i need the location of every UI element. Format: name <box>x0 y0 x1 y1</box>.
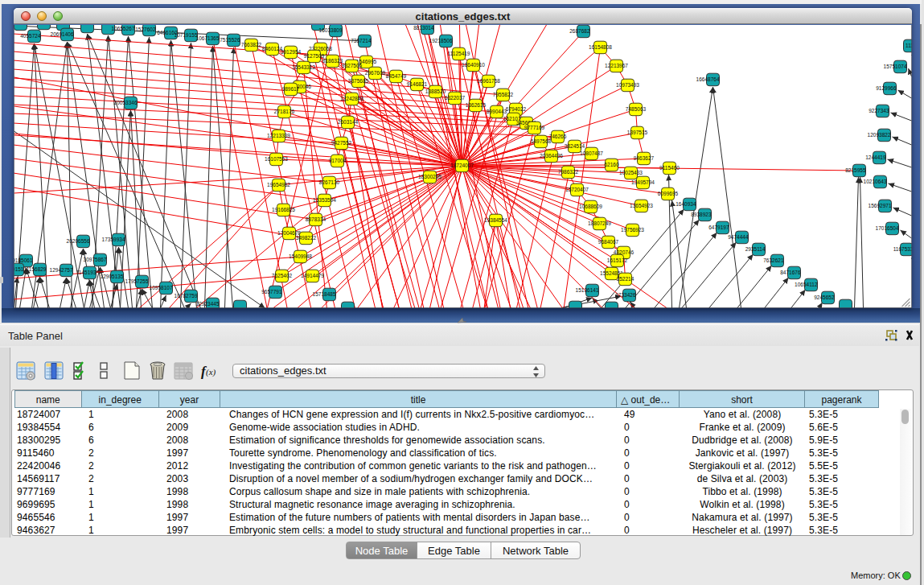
svg-text:16543312: 16543312 <box>292 64 315 70</box>
svg-text:12093822: 12093822 <box>868 132 891 138</box>
svg-text:11156829: 11156829 <box>24 266 47 272</box>
svg-text:13654923: 13654923 <box>630 203 653 208</box>
svg-text:12905135: 12905135 <box>101 274 124 279</box>
svg-text:6322037: 6322037 <box>445 95 466 101</box>
svg-text:3912954: 3912954 <box>281 49 302 55</box>
svg-text:8267130: 8267130 <box>319 179 340 185</box>
svg-text:9427552: 9427552 <box>331 140 352 146</box>
svg-text:6497568: 6497568 <box>531 138 552 144</box>
svg-text:10782759: 10782759 <box>175 293 198 299</box>
svg-text:8878334: 8878334 <box>306 216 326 222</box>
svg-text:15409948: 15409948 <box>289 253 312 259</box>
svg-text:8813014: 8813014 <box>413 25 434 31</box>
svg-text:7632621: 7632621 <box>763 257 784 263</box>
svg-text:4055724: 4055724 <box>20 33 41 39</box>
svg-text:1167533: 1167533 <box>893 246 912 252</box>
svg-text:10688609: 10688609 <box>579 204 602 209</box>
svg-text:9127503: 9127503 <box>304 53 325 59</box>
svg-text:16648764: 16648764 <box>696 76 720 82</box>
svg-text:6099695: 6099695 <box>658 191 679 196</box>
svg-text:14914479: 14914479 <box>301 273 324 278</box>
svg-text:10973493: 10973493 <box>616 82 639 88</box>
svg-text:13495794: 13495794 <box>631 179 655 185</box>
svg-text:15720407: 15720407 <box>565 187 589 192</box>
svg-text:15718485: 15718485 <box>313 291 336 297</box>
svg-text:3375685: 3375685 <box>348 78 369 84</box>
svg-text:8938923: 8938923 <box>691 212 712 217</box>
svg-text:746266: 746266 <box>549 134 567 139</box>
svg-text:1244419: 1244419 <box>865 154 886 160</box>
svg-text:18724007: 18724007 <box>450 163 474 168</box>
svg-text:9129966: 9129966 <box>876 85 897 91</box>
svg-text:3824514: 3824514 <box>565 143 585 149</box>
svg-text:19654982: 19654982 <box>267 182 290 187</box>
svg-text:10671365: 10671365 <box>196 35 220 41</box>
svg-text:15751074: 15751074 <box>884 64 907 69</box>
svg-text:9227343: 9227343 <box>869 108 889 113</box>
svg-text:10807487: 10807487 <box>580 150 603 156</box>
svg-text:20691406: 20691406 <box>51 31 74 37</box>
svg-text:9463627: 9463627 <box>634 155 655 161</box>
svg-text:10025433: 10025433 <box>619 170 643 175</box>
svg-text:1527602: 1527602 <box>135 27 156 32</box>
svg-text:917004: 917004 <box>329 158 347 163</box>
svg-text:3498222: 3498222 <box>296 235 317 241</box>
svg-text:7485063: 7485063 <box>626 106 647 112</box>
svg-text:9327505: 9327505 <box>342 63 363 68</box>
svg-text:10719155: 10719155 <box>175 32 198 38</box>
svg-text:8215955: 8215955 <box>845 167 866 173</box>
svg-text:12923445: 12923445 <box>196 301 220 307</box>
svg-text:939151: 939151 <box>14 266 24 272</box>
svg-text:2603144: 2603144 <box>338 119 359 125</box>
svg-text:8454749: 8454749 <box>386 73 407 79</box>
svg-text:12213967: 12213967 <box>605 63 628 68</box>
svg-text:18300295: 18300295 <box>418 174 441 179</box>
svg-text:19384554: 19384554 <box>484 217 507 223</box>
svg-text:1397515: 1397515 <box>627 130 648 135</box>
svg-text:17957255: 17957255 <box>125 278 149 284</box>
svg-text:20206556: 20206556 <box>67 238 90 244</box>
svg-text:10654112: 10654112 <box>795 282 818 287</box>
svg-text:17359934: 17359934 <box>102 237 125 242</box>
svg-text:8460124: 8460124 <box>262 46 283 51</box>
svg-text:8186323: 8186323 <box>322 58 343 64</box>
svg-text:7357214: 7357214 <box>351 38 372 43</box>
svg-text:12213339: 12213339 <box>267 133 290 138</box>
svg-text:17016504: 17016504 <box>876 225 899 231</box>
svg-text:1615172: 1615172 <box>607 257 628 263</box>
svg-text:2718176: 2718176 <box>274 109 295 114</box>
svg-text:(x): (x) <box>206 367 216 377</box>
svg-text:10958107: 10958107 <box>150 285 173 290</box>
svg-text:9146821: 9146821 <box>407 81 428 87</box>
svg-text:20364436: 20364436 <box>540 153 563 159</box>
svg-text:6794022: 6794022 <box>506 106 527 112</box>
svg-text:9115460: 9115460 <box>659 165 680 171</box>
svg-text:16154808: 16154808 <box>589 44 612 50</box>
svg-text:9185061: 9185061 <box>14 257 33 263</box>
svg-text:15136141: 15136141 <box>576 287 599 293</box>
svg-text:7986322: 7986322 <box>558 169 579 175</box>
svg-text:989617: 989617 <box>282 86 300 92</box>
svg-text:10655267: 10655267 <box>112 26 135 31</box>
svg-text:10210643: 10210643 <box>864 179 887 184</box>
svg-text:12942757: 12942757 <box>50 267 73 273</box>
svg-text:6479197: 6479197 <box>708 225 729 230</box>
svg-text:1145193: 1145193 <box>76 270 97 275</box>
svg-text:1388520: 1388520 <box>425 89 446 94</box>
svg-text:9474444: 9474444 <box>728 234 749 240</box>
svg-text:16033809: 16033809 <box>319 27 343 33</box>
svg-text:7625402: 7625402 <box>272 273 293 278</box>
svg-text:15692971: 15692971 <box>869 203 892 208</box>
svg-text:30975867: 30975867 <box>84 257 107 262</box>
svg-text:13353594: 13353594 <box>313 197 336 203</box>
svg-text:18640910: 18640910 <box>462 62 485 68</box>
svg-text:62160: 62160 <box>604 162 618 167</box>
svg-text:2935114: 2935114 <box>745 246 766 252</box>
svg-text:1640934: 1640934 <box>676 201 696 207</box>
svg-text:1362635: 1362635 <box>466 102 487 108</box>
svg-text:9657791: 9657791 <box>261 289 282 295</box>
svg-text:20053346: 20053346 <box>114 100 138 105</box>
svg-text:8471676: 8471676 <box>780 270 801 275</box>
svg-text:16961758: 16961758 <box>477 78 500 84</box>
svg-text:2967608: 2967608 <box>365 70 386 76</box>
